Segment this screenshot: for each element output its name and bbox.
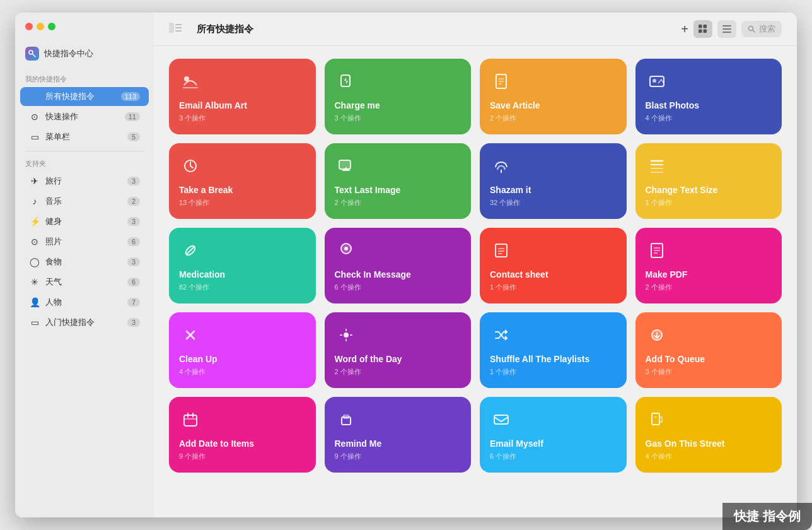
add-shortcut-button[interactable]: +	[681, 23, 688, 35]
word-of-day-icon	[335, 324, 357, 346]
svg-rect-57	[494, 415, 508, 424]
email-myself-subtitle: 6 个操作	[490, 452, 617, 461]
sidebar-item-weather[interactable]: ✳ 天气 6	[20, 273, 149, 292]
people-label: 人物	[45, 297, 122, 308]
svg-rect-7	[175, 27, 182, 28]
food-label: 食物	[45, 256, 122, 268]
medication-icon	[179, 239, 202, 262]
sidebar-item-intro[interactable]: ▭ 入门快捷指令 3	[20, 313, 149, 332]
shortcut-card-clean-up[interactable]: Clean Up4 个操作	[169, 312, 316, 388]
all-shortcuts-icon	[29, 91, 40, 102]
music-label: 音乐	[45, 196, 122, 207]
svg-rect-27	[339, 160, 351, 169]
text-last-image-subtitle: 2 个操作	[335, 198, 461, 208]
shortcut-card-email-myself[interactable]: Email Myself6 个操作	[480, 397, 627, 473]
text-last-image-icon	[335, 155, 357, 177]
maximize-button[interactable]	[48, 23, 55, 30]
svg-rect-1	[30, 92, 33, 96]
shortcut-card-add-to-queue[interactable]: Add To Queue3 个操作	[635, 312, 782, 388]
shortcut-card-gas-street[interactable]: Gas On This Street4 个操作	[635, 397, 782, 473]
svg-point-45	[344, 333, 349, 338]
word-of-day-title: Word of the Day	[335, 354, 461, 365]
sidebar-item-people[interactable]: 👤 人物 7	[20, 293, 149, 312]
photos-label: 照片	[45, 236, 122, 247]
minimize-button[interactable]	[37, 23, 44, 30]
email-album-title: Email Album Art	[179, 100, 306, 111]
shazam-it-title: Shazam it	[490, 185, 617, 196]
sidebar-item-fitness[interactable]: ⚡ 健身 3	[20, 212, 149, 231]
intro-label: 入门快捷指令	[45, 317, 122, 328]
shortcut-card-medication[interactable]: Medication82 个操作	[169, 228, 316, 303]
take-break-title: Take a Break	[179, 185, 306, 196]
sidebar-logo-area: 快捷指令中心	[15, 42, 154, 66]
shortcut-card-shazam-it[interactable]: Shazam it32 个操作	[480, 143, 627, 219]
app-icon	[25, 47, 39, 61]
save-article-icon	[490, 70, 513, 93]
toolbar-actions: +	[681, 20, 782, 38]
svg-rect-6	[175, 24, 182, 25]
email-album-subtitle: 3 个操作	[179, 114, 306, 123]
sidebar-item-music[interactable]: ♪ 音乐 2	[20, 192, 149, 211]
svg-point-36	[344, 247, 348, 250]
word-of-day-subtitle: 2 个操作	[335, 367, 461, 377]
shortcut-card-remind-me[interactable]: Remind Me9 个操作	[325, 397, 472, 473]
sidebar-toggle-button[interactable]	[169, 23, 187, 35]
menu-bar-icon: ▭	[29, 131, 40, 143]
svg-rect-14	[722, 28, 731, 30]
shortcut-card-check-in-message[interactable]: Check In Message6 个操作	[325, 228, 472, 303]
section-label-mine: 我的快捷指令	[15, 71, 154, 86]
sidebar-item-all[interactable]: 所有快捷指令 113	[20, 87, 149, 106]
shortcut-card-change-text-size[interactable]: Change Text Size1 个操作	[635, 143, 782, 219]
check-in-message-subtitle: 6 个操作	[335, 283, 461, 292]
weather-icon: ✳	[29, 276, 40, 288]
shortcut-card-text-last-image[interactable]: Text Last Image2 个操作	[325, 143, 472, 219]
check-in-message-icon	[335, 239, 357, 262]
grid-view-button[interactable]	[693, 20, 712, 38]
intro-icon: ▭	[29, 317, 40, 328]
list-view-button[interactable]	[717, 20, 736, 38]
svg-rect-3	[30, 97, 33, 101]
shortcut-card-shuffle-playlists[interactable]: Shuffle All The Playlists1 个操作	[480, 312, 627, 388]
sidebar-item-food[interactable]: ◯ 食物 3	[20, 252, 149, 271]
search-box[interactable]: 搜索	[741, 21, 782, 37]
sidebar-item-photos[interactable]: ⊙ 照片 6	[20, 232, 149, 251]
shortcut-card-make-pdf[interactable]: Make PDF2 个操作	[635, 228, 782, 303]
shortcut-card-charge-me[interactable]: Charge me3 个操作	[325, 59, 472, 134]
charge-me-icon	[335, 70, 357, 93]
svg-rect-24	[650, 76, 664, 86]
weather-badge: 6	[127, 278, 140, 286]
shortcut-card-word-of-day[interactable]: Word of the Day2 个操作	[325, 312, 472, 388]
section-label-folders: 支持夹	[15, 155, 154, 171]
email-myself-icon	[490, 408, 513, 431]
fitness-icon: ⚡	[29, 216, 40, 227]
toolbar: 所有快捷指令 +	[154, 13, 797, 46]
svg-rect-9	[699, 25, 702, 28]
sidebar-item-travel[interactable]: ✈ 旅行 3	[20, 172, 149, 191]
add-date-title: Add Date to Items	[179, 439, 306, 449]
sidebar-item-menu[interactable]: ▭ 菜单栏 5	[20, 127, 149, 146]
add-date-subtitle: 9 个操作	[179, 452, 306, 461]
make-pdf-icon	[646, 239, 668, 262]
weather-label: 天气	[45, 276, 122, 288]
quick-actions-icon: ⊙	[29, 111, 40, 122]
shortcut-card-email-album[interactable]: Email Album Art3 个操作	[169, 59, 316, 134]
shortcut-card-contact-sheet[interactable]: Contact sheet1 个操作	[480, 228, 627, 303]
svg-rect-13	[722, 25, 731, 26]
shortcut-card-add-date[interactable]: Add Date to Items9 个操作	[169, 397, 316, 473]
take-break-subtitle: 13 个操作	[179, 198, 306, 208]
save-article-title: Save Article	[490, 100, 617, 111]
add-date-icon	[179, 408, 202, 431]
quick-actions-badge: 11	[125, 112, 140, 121]
shortcut-card-take-break[interactable]: Take a Break13 个操作	[169, 143, 316, 219]
make-pdf-title: Make PDF	[646, 269, 772, 280]
svg-line-17	[753, 30, 755, 32]
contact-sheet-title: Contact sheet	[490, 269, 617, 280]
main-content: 所有快捷指令 +	[154, 13, 797, 517]
sidebar-item-quick[interactable]: ⊙ 快速操作 11	[20, 107, 149, 126]
shortcut-card-save-article[interactable]: Save Article2 个操作	[480, 59, 627, 134]
make-pdf-subtitle: 2 个操作	[646, 283, 772, 292]
close-button[interactable]	[25, 23, 33, 30]
titlebar	[15, 23, 154, 30]
watermark: 快捷 指令例	[722, 503, 797, 517]
shortcut-card-blast-photos[interactable]: Blast Photos4 个操作	[635, 59, 782, 134]
